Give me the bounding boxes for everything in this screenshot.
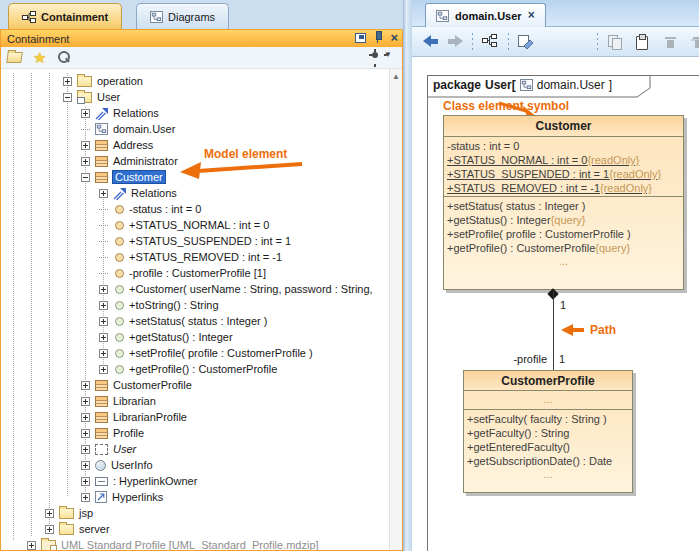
expand-toggle[interactable] bbox=[81, 413, 90, 422]
diagram-frame-header: package User[ domain.User ] bbox=[427, 75, 651, 98]
tree-item[interactable]: UserInfo bbox=[1, 457, 402, 473]
member-text: +getEnteredFaculty() bbox=[467, 441, 570, 453]
search-icon[interactable] bbox=[57, 51, 70, 64]
tree-item-label: User bbox=[97, 91, 120, 103]
tree-item[interactable]: User bbox=[1, 89, 402, 105]
tree-item[interactable]: +setStatus( status : Integer ) bbox=[1, 313, 402, 329]
float-window-icon[interactable] bbox=[355, 33, 366, 43]
expand-toggle[interactable] bbox=[81, 493, 90, 502]
expand-toggle[interactable] bbox=[81, 429, 90, 438]
tree-item[interactable]: +getStatus() : Integer bbox=[1, 329, 402, 345]
diagram-properties-icon[interactable] bbox=[518, 34, 535, 49]
class-customerprofile[interactable]: CustomerProfile ... +setFaculty( faculty… bbox=[463, 370, 633, 493]
tree-item[interactable]: Address bbox=[1, 137, 402, 153]
delete-icon[interactable] bbox=[665, 35, 677, 49]
tree-item[interactable]: : HyperlinkOwner bbox=[1, 473, 402, 489]
attribute-line: -status : int = 0 bbox=[447, 139, 680, 153]
tree-item[interactable]: -profile : CustomerProfile [1] bbox=[1, 265, 402, 281]
tree-item[interactable]: Librarian bbox=[1, 393, 402, 409]
paste-icon[interactable] bbox=[635, 34, 648, 49]
tree-item[interactable]: -status : int = 0 bbox=[1, 201, 402, 217]
delete-with-elements-icon[interactable] bbox=[693, 35, 699, 49]
tree-item[interactable]: CustomerProfile bbox=[1, 377, 402, 393]
association-multiplicity-bottom[interactable]: 1 bbox=[559, 353, 565, 365]
panel-splitter[interactable] bbox=[403, 0, 412, 551]
tree-item-label: -profile : CustomerProfile [1] bbox=[129, 267, 266, 279]
expand-toggle[interactable] bbox=[81, 477, 90, 486]
expand-toggle[interactable] bbox=[81, 141, 90, 150]
back-icon[interactable] bbox=[423, 35, 440, 48]
close-tab-icon[interactable]: × bbox=[528, 9, 535, 22]
expand-toggle[interactable] bbox=[45, 525, 54, 534]
tree-item[interactable]: +toString() : String bbox=[1, 297, 402, 313]
expand-toggle[interactable] bbox=[81, 109, 90, 118]
expand-toggle[interactable] bbox=[45, 509, 54, 518]
diagram-icon bbox=[436, 10, 449, 22]
tree-item-label: operation bbox=[97, 75, 143, 87]
tree-item[interactable]: User bbox=[1, 441, 402, 457]
tree-item[interactable]: domain.User bbox=[1, 121, 402, 137]
expand-toggle[interactable] bbox=[99, 317, 108, 326]
association-multiplicity-top[interactable]: 1 bbox=[560, 299, 566, 311]
forward-icon[interactable] bbox=[446, 35, 463, 48]
tree-item[interactable]: operation bbox=[1, 73, 402, 89]
expand-toggle[interactable] bbox=[99, 301, 108, 310]
tree-item[interactable]: +getProfile() : CustomerProfile bbox=[1, 361, 402, 377]
tree-item[interactable]: +setProfile( profile : CustomerProfile ) bbox=[1, 345, 402, 361]
expand-toggle[interactable] bbox=[81, 173, 90, 182]
operation-line: +setProfile( profile : CustomerProfile ) bbox=[447, 227, 680, 241]
containment-panel-body: Containment × ★ ▼ bbox=[0, 29, 403, 551]
expand-toggle[interactable] bbox=[81, 445, 90, 454]
association-role-label[interactable]: -profile bbox=[497, 353, 547, 365]
tree-connector bbox=[99, 237, 108, 246]
tree-item[interactable]: jsp bbox=[1, 505, 402, 521]
favorites-icon[interactable]: ★ bbox=[33, 51, 46, 65]
frame-keyword: package bbox=[433, 78, 481, 92]
tab-containment[interactable]: Containment bbox=[8, 3, 122, 29]
expand-toggle[interactable] bbox=[99, 189, 108, 198]
containment-icon[interactable] bbox=[482, 34, 499, 49]
tree-item[interactable]: +STATUS_SUSPENDED : int = 1 bbox=[1, 233, 402, 249]
class-customer[interactable]: Customer -status : int = 0+STATUS_NORMAL… bbox=[443, 115, 684, 290]
tree-item-label: +Customer( userName : String, password :… bbox=[129, 283, 373, 295]
tree-item[interactable]: Hyperlinks bbox=[1, 489, 402, 505]
pin-icon[interactable] bbox=[373, 31, 383, 44]
model-element-arrow bbox=[178, 158, 308, 180]
ellipsis: ... bbox=[467, 393, 629, 405]
settings-gear-icon[interactable] bbox=[372, 52, 378, 58]
tree-item[interactable]: +Customer( userName : String, password :… bbox=[1, 281, 402, 297]
association-line[interactable] bbox=[553, 291, 554, 370]
close-icon[interactable]: × bbox=[390, 31, 398, 44]
tree-scrollbar[interactable]: ▲ bbox=[389, 69, 402, 550]
tab-domain-user[interactable]: domain.User × bbox=[425, 3, 546, 27]
tree-item[interactable]: LibrarianProfile bbox=[1, 409, 402, 425]
expand-toggle[interactable] bbox=[81, 397, 90, 406]
scrollbar-up-arrow[interactable]: ▲ bbox=[390, 69, 402, 81]
expand-toggle[interactable] bbox=[99, 349, 108, 358]
expand-toggle[interactable] bbox=[81, 381, 90, 390]
customerprofile-operations-compartment: +setFaculty( faculty : String )+getFacul… bbox=[464, 410, 632, 492]
expand-toggle[interactable] bbox=[27, 541, 36, 550]
expand-toggle[interactable] bbox=[63, 93, 72, 102]
expand-toggle[interactable] bbox=[99, 365, 108, 374]
tree-item[interactable]: +STATUS_REMOVED : int = -1 bbox=[1, 249, 402, 265]
tab-diagrams[interactable]: Diagrams bbox=[136, 3, 229, 29]
expand-toggle[interactable] bbox=[81, 157, 90, 166]
member-tag: {readOnly} bbox=[609, 168, 661, 180]
tree-item[interactable]: Profile bbox=[1, 425, 402, 441]
expand-toggle[interactable] bbox=[81, 461, 90, 470]
expand-toggle[interactable] bbox=[99, 285, 108, 294]
diagram-canvas[interactable]: package User[ domain.User ] Class elemen… bbox=[412, 57, 699, 551]
copy-icon[interactable] bbox=[608, 35, 622, 49]
open-project-icon[interactable] bbox=[6, 52, 23, 63]
tree-item[interactable]: UML Standard Profile [UML_Standard_Profi… bbox=[1, 537, 402, 550]
tree-item[interactable]: Relations bbox=[1, 185, 402, 201]
expand-toggle[interactable] bbox=[99, 333, 108, 342]
containment-tab-icon bbox=[22, 11, 36, 23]
tree-item[interactable]: Relations bbox=[1, 105, 402, 121]
tree-item[interactable]: server bbox=[1, 521, 402, 537]
expand-toggle[interactable] bbox=[63, 77, 72, 86]
operation-icon bbox=[115, 365, 124, 374]
customer-attributes-compartment: -status : int = 0+STATUS_NORMAL : int = … bbox=[444, 137, 683, 197]
tree-item[interactable]: +STATUS_NORMAL : int = 0 bbox=[1, 217, 402, 233]
